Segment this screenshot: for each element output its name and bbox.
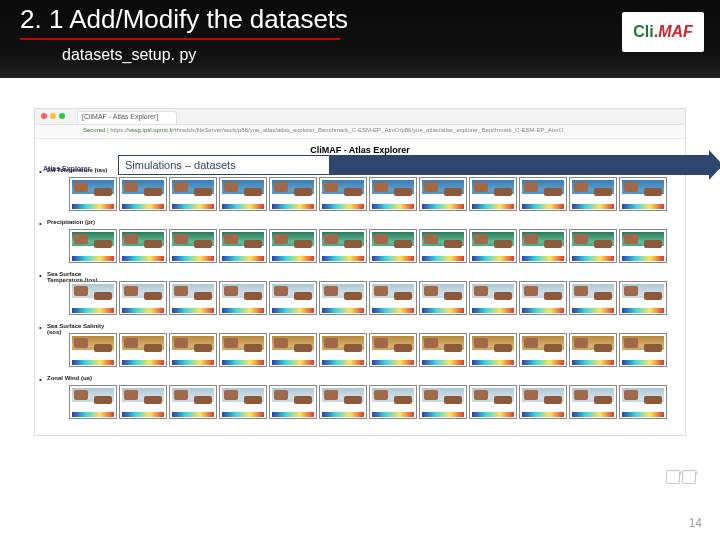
map-thumbnail — [469, 281, 517, 315]
row-bullet: • — [39, 219, 42, 228]
map-thumbnail — [569, 281, 617, 315]
add-box-icon — [682, 470, 696, 484]
map-thumbnail — [319, 229, 367, 263]
row-label: Zonal Wind (ua) — [47, 375, 117, 381]
add-box-icon — [666, 470, 680, 484]
map-row — [69, 385, 677, 423]
tab-strip: [CliMAF - Atlas Explorer] — [35, 109, 685, 125]
map-thumbnail — [219, 281, 267, 315]
map-thumbnail — [619, 177, 667, 211]
map-thumbnail — [469, 229, 517, 263]
slide: 2. 1 Add/Modify the datasets datasets_se… — [0, 0, 720, 540]
row-bullet: • — [39, 167, 42, 176]
map-row — [69, 229, 677, 267]
map-thumbnail — [519, 177, 567, 211]
map-thumbnail — [119, 177, 167, 211]
map-thumbnail — [519, 281, 567, 315]
map-thumbnail — [519, 229, 567, 263]
logo-letter-c: C — [633, 23, 645, 40]
map-row — [69, 177, 677, 215]
map-thumbnail — [269, 177, 317, 211]
map-thumbnail — [569, 229, 617, 263]
url-text: Secured | https://vesg.ipsl.upmc.fr/thre… — [83, 127, 563, 133]
map-thumbnail — [519, 385, 567, 419]
map-grid: •2M Temperature (tas)•Precipitation (pr)… — [69, 171, 677, 427]
map-thumbnail — [369, 333, 417, 367]
address-bar: Secured | https://vesg.ipsl.upmc.fr/thre… — [35, 125, 685, 139]
row-bullet: • — [39, 323, 42, 332]
map-thumbnail — [619, 281, 667, 315]
browser-tab: [CliMAF - Atlas Explorer] — [77, 111, 177, 124]
map-thumbnail — [119, 385, 167, 419]
climaf-logo: Cli.MAF — [622, 12, 704, 52]
map-thumbnail — [269, 281, 317, 315]
url-path: /thredds/fileServer/work/p86/yue_atlas/a… — [173, 127, 563, 133]
map-thumbnail — [319, 281, 367, 315]
map-thumbnail — [219, 229, 267, 263]
url-secure-badge: Secured — [83, 127, 105, 133]
row-bullet: • — [39, 375, 42, 384]
map-thumbnail — [69, 333, 117, 367]
map-thumbnail — [219, 177, 267, 211]
map-thumbnail — [619, 229, 667, 263]
map-thumbnail — [69, 281, 117, 315]
map-thumbnail — [69, 177, 117, 211]
row-label: Precipitation (pr) — [47, 219, 117, 225]
url-host: vesg.ipsl.upmc.fr — [128, 127, 173, 133]
maximize-icon — [59, 113, 65, 119]
map-thumbnail — [469, 385, 517, 419]
map-thumbnail — [469, 333, 517, 367]
annotation-icon — [666, 470, 700, 490]
map-thumbnail — [419, 333, 467, 367]
logo-letter-li: li — [645, 23, 654, 40]
map-thumbnail — [569, 385, 617, 419]
map-thumbnail — [369, 281, 417, 315]
map-thumbnail — [569, 177, 617, 211]
map-thumbnail — [319, 177, 367, 211]
map-thumbnail — [419, 281, 467, 315]
map-thumbnail — [269, 333, 317, 367]
map-thumbnail — [519, 333, 567, 367]
row-bullet: • — [39, 271, 42, 280]
map-thumbnail — [319, 333, 367, 367]
map-thumbnail — [419, 177, 467, 211]
logo-letter-maf: MAF — [658, 23, 693, 40]
map-thumbnail — [419, 229, 467, 263]
map-thumbnail — [219, 385, 267, 419]
map-thumbnail — [219, 333, 267, 367]
map-thumbnail — [319, 385, 367, 419]
minimize-icon — [50, 113, 56, 119]
map-thumbnail — [269, 229, 317, 263]
map-thumbnail — [69, 385, 117, 419]
map-thumbnail — [69, 229, 117, 263]
map-thumbnail — [169, 385, 217, 419]
callout-box: Simulations – datasets — [118, 155, 330, 175]
slide-title: 2. 1 Add/Modify the datasets — [20, 4, 348, 35]
map-thumbnail — [169, 229, 217, 263]
map-thumbnail — [169, 177, 217, 211]
slide-subtitle: datasets_setup. py — [62, 46, 196, 64]
map-thumbnail — [369, 229, 417, 263]
window-controls — [41, 113, 65, 119]
map-thumbnail — [419, 385, 467, 419]
callout-arrow-head-icon — [709, 150, 720, 180]
map-row — [69, 333, 677, 371]
map-thumbnail — [269, 385, 317, 419]
map-thumbnail — [369, 385, 417, 419]
map-thumbnail — [119, 281, 167, 315]
row-label: 2M Temperature (tas) — [47, 167, 117, 173]
map-thumbnail — [619, 333, 667, 367]
map-thumbnail — [169, 281, 217, 315]
map-thumbnail — [619, 385, 667, 419]
callout-arrow-body — [330, 155, 710, 175]
map-thumbnail — [169, 333, 217, 367]
map-row — [69, 281, 677, 319]
map-thumbnail — [469, 177, 517, 211]
embedded-page-title: CliMAF - Atlas Explorer — [35, 145, 685, 155]
close-icon — [41, 113, 47, 119]
map-thumbnail — [369, 177, 417, 211]
page-number: 14 — [689, 516, 702, 530]
callout-label: Simulations – datasets — [125, 159, 236, 171]
map-thumbnail — [119, 333, 167, 367]
title-underline — [20, 38, 340, 40]
